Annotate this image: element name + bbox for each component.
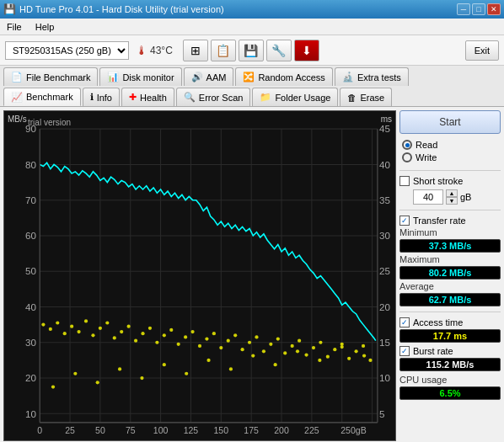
maximize-button[interactable]: □ xyxy=(472,3,485,15)
divider-2 xyxy=(399,210,501,210)
svg-point-56 xyxy=(84,319,88,322)
svg-point-96 xyxy=(368,359,372,362)
svg-point-89 xyxy=(319,341,322,344)
svg-point-86 xyxy=(298,339,301,343)
write-radio[interactable] xyxy=(402,152,412,162)
svg-point-55 xyxy=(77,330,80,333)
folder-usage-icon: 📁 xyxy=(260,92,271,103)
tab-disk-monitor[interactable]: 📊 Disk monitor xyxy=(99,67,181,86)
tabs-row2: 📈 Benchmark ℹ Info ✚ Health 🔍 Error Scan… xyxy=(0,86,504,106)
burst-rate-row[interactable]: ✓ Burst rate xyxy=(399,346,501,356)
tab-erase[interactable]: 🗑 Erase xyxy=(340,88,392,106)
svg-text:40: 40 xyxy=(25,301,36,312)
toolbar-btn-5[interactable]: ⬇ xyxy=(294,40,319,61)
start-button[interactable]: Start xyxy=(399,110,501,134)
svg-point-102 xyxy=(163,363,166,366)
svg-point-67 xyxy=(163,333,166,337)
spinbox-buttons: ▲ ▼ xyxy=(446,189,458,205)
read-radio-row[interactable]: Read xyxy=(402,140,498,150)
transfer-rate-label: Transfer rate xyxy=(413,216,466,226)
svg-text:50: 50 xyxy=(95,425,105,435)
tab-info[interactable]: ℹ Info xyxy=(83,88,120,106)
toolbar-btn-3[interactable]: 💾 xyxy=(239,40,264,61)
svg-point-104 xyxy=(206,359,210,362)
short-stroke-row[interactable]: Short stroke xyxy=(399,176,501,186)
svg-text:30: 30 xyxy=(25,337,36,348)
tab-error-scan[interactable]: 🔍 Error Scan xyxy=(176,88,251,106)
svg-point-75 xyxy=(219,346,223,349)
svg-point-69 xyxy=(177,343,180,346)
aam-icon: 🔊 xyxy=(191,72,203,83)
tab-extra-tests[interactable]: 🔬 Extra tests xyxy=(335,67,409,86)
title-text: HD Tune Pro 4.01 - Hard Disk Utility (tr… xyxy=(19,4,224,14)
window-controls: ─ □ ✕ xyxy=(457,3,501,15)
tab-benchmark[interactable]: 📈 Benchmark xyxy=(3,88,81,106)
short-stroke-checkbox[interactable] xyxy=(399,176,410,186)
close-button[interactable]: ✕ xyxy=(487,3,501,15)
transfer-rate-checkbox[interactable]: ✓ xyxy=(399,216,410,226)
svg-point-99 xyxy=(96,381,99,384)
svg-point-109 xyxy=(318,359,321,362)
svg-point-53 xyxy=(63,332,67,335)
svg-point-110 xyxy=(340,345,344,349)
svg-text:25: 25 xyxy=(379,265,390,276)
transfer-rate-row[interactable]: ✓ Transfer rate xyxy=(399,216,501,226)
svg-point-73 xyxy=(205,337,208,340)
svg-text:10: 10 xyxy=(379,372,390,383)
svg-point-106 xyxy=(251,354,255,357)
tabs-row1: 📄 File Benchmark 📊 Disk monitor 🔊 AAM 🔀 … xyxy=(0,66,504,86)
svg-point-88 xyxy=(312,346,315,349)
exit-button[interactable]: Exit xyxy=(465,40,499,61)
read-radio[interactable] xyxy=(402,140,412,150)
erase-icon: 🗑 xyxy=(347,93,357,103)
burst-rate-checkbox[interactable]: ✓ xyxy=(399,346,410,356)
access-time-checkbox[interactable]: ✓ xyxy=(399,317,410,328)
drive-selector[interactable]: ST9250315AS (250 gB) xyxy=(5,41,129,60)
info-icon: ℹ xyxy=(90,92,94,103)
svg-point-103 xyxy=(185,372,188,375)
svg-point-78 xyxy=(241,348,244,351)
transfer-rate-section: ✓ Transfer rate Minimum 37.3 MB/s Maximu… xyxy=(399,216,501,306)
temperature-icon: 🌡 xyxy=(136,44,147,57)
svg-text:125: 125 xyxy=(184,425,199,435)
spinbox-up[interactable]: ▲ xyxy=(446,189,458,197)
toolbar-btn-4[interactable]: 🔧 xyxy=(266,40,292,61)
trial-watermark: trial version xyxy=(28,118,71,127)
file-benchmark-icon: 📄 xyxy=(11,72,23,83)
svg-text:10: 10 xyxy=(25,408,36,419)
access-time-label: Access time xyxy=(413,317,463,328)
svg-rect-0 xyxy=(4,111,395,440)
short-stroke-input[interactable]: 40 xyxy=(413,189,443,205)
access-time-row[interactable]: ✓ Access time xyxy=(399,317,501,328)
short-stroke-unit: gB xyxy=(460,192,471,202)
tab-folder-usage[interactable]: 📁 Folder Usage xyxy=(252,88,338,106)
svg-point-68 xyxy=(169,328,173,332)
svg-text:25: 25 xyxy=(65,425,75,435)
tab-health[interactable]: ✚ Health xyxy=(121,88,174,106)
menu-help[interactable]: Help xyxy=(32,20,58,34)
svg-point-80 xyxy=(255,335,258,338)
spinbox-down[interactable]: ▼ xyxy=(446,197,458,205)
average-value: 62.7 MB/s xyxy=(399,293,501,306)
svg-point-105 xyxy=(229,367,233,370)
toolbar-btn-2[interactable]: 📋 xyxy=(211,40,236,61)
svg-point-74 xyxy=(212,332,216,335)
svg-text:20: 20 xyxy=(25,372,36,383)
svg-point-108 xyxy=(296,349,299,353)
error-scan-icon: 🔍 xyxy=(184,92,196,103)
access-time-value: 17.7 ms xyxy=(399,329,501,343)
write-radio-row[interactable]: Write xyxy=(402,152,498,162)
minimum-value: 37.3 MB/s xyxy=(399,239,501,253)
svg-point-111 xyxy=(362,354,366,357)
chart-ms-label: ms xyxy=(381,114,392,124)
tab-random-access[interactable]: 🔀 Random Access xyxy=(235,67,332,86)
svg-point-57 xyxy=(91,333,94,337)
svg-text:150: 150 xyxy=(214,425,229,435)
tab-file-benchmark[interactable]: 📄 File Benchmark xyxy=(3,67,98,86)
tab-aam[interactable]: 🔊 AAM xyxy=(184,67,234,86)
burst-rate-section: ✓ Burst rate 115.2 MB/s xyxy=(399,346,501,371)
minimize-button[interactable]: ─ xyxy=(457,3,470,15)
temperature-value: 43°C xyxy=(150,45,173,56)
menu-file[interactable]: File xyxy=(3,20,25,34)
toolbar-btn-1[interactable]: ⊞ xyxy=(183,40,208,61)
